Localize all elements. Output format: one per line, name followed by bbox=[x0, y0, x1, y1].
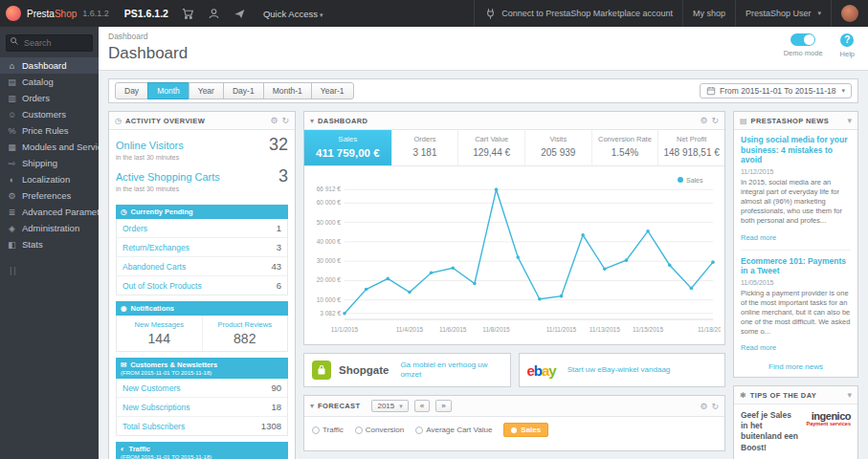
toggle-switch[interactable] bbox=[790, 33, 815, 46]
dashboard-icon: ⌂ bbox=[7, 61, 17, 71]
period-button-group: Day Month Year Day-1 Month-1 Year-1 bbox=[115, 82, 354, 99]
activity-body: 32 Online Visitors in the last 30 minute… bbox=[109, 130, 295, 459]
period-year-button[interactable]: Year bbox=[189, 82, 224, 99]
price-rules-icon: % bbox=[7, 126, 17, 136]
radio-selected-icon bbox=[511, 427, 517, 433]
panel-header: ✱ TIPS OF THE DAY ▾ bbox=[734, 386, 857, 404]
ebay-promo[interactable]: ebay Start uw eBay-winkel vandaag bbox=[519, 353, 726, 387]
sidebar-item-label: Catalog bbox=[22, 76, 54, 87]
collapse-sidebar-button[interactable]: || bbox=[10, 266, 99, 275]
demo-mode-label: Demo mode bbox=[784, 49, 823, 57]
my-shop-link[interactable]: My shop bbox=[682, 0, 735, 27]
forecast-year-select[interactable]: 2015▾ bbox=[371, 400, 408, 412]
paper-plane-icon[interactable] bbox=[234, 8, 246, 20]
gear-icon[interactable]: ⚙ bbox=[270, 116, 278, 125]
forecast-option-conversion[interactable]: Conversion bbox=[355, 426, 404, 434]
demo-mode-toggle[interactable]: Demo mode bbox=[784, 33, 823, 58]
forecast-option-sales-active[interactable]: Sales bbox=[503, 423, 548, 437]
list-item-orders[interactable]: Orders1 bbox=[117, 219, 287, 238]
middle-column: ▾ DASHBOARD ⚙ ↻ Sales411 759,00 € Orders… bbox=[303, 111, 725, 459]
sidebar-item-label: Orders bbox=[22, 93, 50, 103]
date-range-picker[interactable]: From 2015-11-01 To 2015-11-18 ▾ bbox=[700, 83, 852, 98]
kpi-net-profit[interactable]: Net Profit148 918,51 € bbox=[658, 130, 724, 165]
svg-text:Sales: Sales bbox=[686, 177, 703, 184]
kpi-orders[interactable]: Orders3 181 bbox=[392, 130, 459, 165]
sidebar-item-stats[interactable]: ◧Stats bbox=[0, 236, 99, 252]
brand-shop: Shop bbox=[55, 9, 77, 19]
news-article-title-link[interactable]: Ecommerce 101: Payments in a Tweet bbox=[741, 256, 851, 276]
quick-access-menu[interactable]: Quick Access▾ bbox=[263, 9, 323, 19]
active-carts-link[interactable]: Active Shopping Carts bbox=[116, 171, 220, 183]
forecast-prev-button[interactable]: « bbox=[414, 400, 430, 412]
svg-text:11/1/2015: 11/1/2015 bbox=[331, 326, 359, 333]
sidebar-item-preferences[interactable]: ⚙Preferences bbox=[0, 187, 99, 204]
activity-icon: ◷ bbox=[115, 117, 122, 125]
refresh-icon[interactable]: ↻ bbox=[711, 116, 719, 125]
sidebar-item-advanced-parameters[interactable]: ≣Advanced Parameters bbox=[0, 204, 99, 220]
kpi-cart-value[interactable]: Cart Value129,44 € bbox=[458, 130, 525, 165]
kpi-visits[interactable]: Visits205 939 bbox=[525, 130, 592, 165]
ebay-link[interactable]: Start uw eBay-winkel vandaag bbox=[568, 365, 671, 375]
caret-down-icon: ▾ bbox=[310, 402, 314, 410]
list-item-new-customers[interactable]: New Customers90 bbox=[117, 379, 287, 398]
period-day-button[interactable]: Day bbox=[115, 82, 148, 99]
forecast-next-button[interactable]: » bbox=[435, 400, 451, 412]
panel-title: FORECAST bbox=[318, 402, 360, 410]
online-visitors-link[interactable]: Online Visitors bbox=[116, 140, 184, 151]
user-avatar-item[interactable] bbox=[831, 0, 868, 27]
administration-icon: ◈ bbox=[7, 224, 17, 233]
sales-chart: 66 912 €60 000 €50 000 €40 000 €30 000 €… bbox=[306, 172, 721, 337]
forecast-option-average-cart-value[interactable]: Average Cart Value bbox=[415, 426, 492, 434]
forecast-option-traffic[interactable]: Traffic bbox=[312, 426, 344, 434]
period-year-1-button[interactable]: Year-1 bbox=[311, 82, 354, 99]
chevron-down-icon[interactable]: ▾ bbox=[847, 390, 852, 400]
help-icon: ? bbox=[840, 33, 854, 47]
sidebar-item-shipping[interactable]: ⇨Shipping bbox=[0, 155, 99, 171]
news-article-title-link[interactable]: Using social media for your business: 4 … bbox=[741, 135, 851, 165]
news-article-date: 11/12/2015 bbox=[741, 168, 851, 175]
cart-icon[interactable] bbox=[182, 8, 194, 20]
sidebar-item-customers[interactable]: ☺Customers bbox=[0, 106, 99, 122]
refresh-icon[interactable]: ↻ bbox=[281, 116, 289, 125]
sidebar-item-price-rules[interactable]: %Price Rules bbox=[0, 122, 99, 139]
marketplace-link[interactable]: Connect to PrestaShop Marketplace accoun… bbox=[474, 0, 682, 27]
kpi-conversion-rate[interactable]: Conversion Rate1.54% bbox=[592, 130, 659, 165]
list-item-abandoned-carts[interactable]: Abandoned Carts43 bbox=[117, 257, 287, 276]
period-month-1-button[interactable]: Month-1 bbox=[263, 82, 312, 99]
sidebar-item-catalog[interactable]: ▤Catalog bbox=[0, 74, 99, 90]
list-item-new-subscriptions[interactable]: New Subscriptions18 bbox=[117, 398, 287, 417]
list-item-out-of-stock[interactable]: Out of Stock Products6 bbox=[117, 276, 287, 295]
shopgate-promo[interactable]: Shopgate Ga mobiel en verhoog uw omzet bbox=[303, 353, 511, 387]
gear-icon[interactable]: ⚙ bbox=[700, 116, 707, 125]
read-more-link[interactable]: Read more bbox=[741, 343, 776, 352]
new-messages-cell[interactable]: New Messages 144 bbox=[117, 316, 203, 351]
chevron-down-icon[interactable]: ▾ bbox=[847, 116, 852, 125]
left-column: ◷ ACTIVITY OVERVIEW ⚙ ↻ 32 Online Visito… bbox=[108, 111, 296, 459]
header-tools: Demo mode ? Help bbox=[784, 33, 855, 58]
sidebar-item-orders[interactable]: ▥Orders bbox=[0, 90, 99, 106]
modules-icon: ▦ bbox=[7, 142, 17, 152]
list-item-total-subscribers[interactable]: Total Subscribers1308 bbox=[117, 417, 287, 435]
sidebar-item-modules[interactable]: ▦Modules and Services bbox=[0, 139, 99, 155]
refresh-icon[interactable]: ↻ bbox=[711, 402, 719, 411]
sidebar-item-localization[interactable]: ◐Localization bbox=[0, 171, 99, 187]
chevron-down-icon: ▾ bbox=[320, 11, 323, 18]
gear-icon[interactable]: ⚙ bbox=[700, 402, 707, 411]
user-icon[interactable] bbox=[208, 8, 220, 20]
shopgate-link[interactable]: Ga mobiel en verhoog uw omzet bbox=[400, 361, 501, 380]
find-more-news-link[interactable]: Find more news bbox=[741, 360, 851, 372]
product-reviews-cell[interactable]: Product Reviews 882 bbox=[203, 316, 288, 351]
period-day-1-button[interactable]: Day-1 bbox=[223, 82, 264, 99]
user-menu[interactable]: PrestaShop User▾ bbox=[735, 0, 831, 27]
kpi-sales[interactable]: Sales411 759,00 € bbox=[304, 130, 392, 165]
sidebar-item-dashboard[interactable]: ⌂Dashboard bbox=[0, 57, 99, 74]
date-range-label: From 2015-11-01 To 2015-11-18 bbox=[720, 86, 835, 96]
forecast-body: Traffic Conversion Average Cart Value Sa… bbox=[304, 417, 724, 450]
list-item-returns[interactable]: Return/Exchanges3 bbox=[117, 238, 287, 257]
help-button[interactable]: ? Help bbox=[840, 33, 855, 58]
sidebar-item-label: Modules and Services bbox=[22, 142, 99, 152]
date-filter-bar: Day Month Year Day-1 Month-1 Year-1 From… bbox=[108, 78, 858, 103]
sidebar-item-administration[interactable]: ◈Administration bbox=[0, 220, 99, 236]
read-more-link[interactable]: Read more bbox=[741, 233, 776, 242]
period-month-button[interactable]: Month bbox=[147, 82, 189, 99]
